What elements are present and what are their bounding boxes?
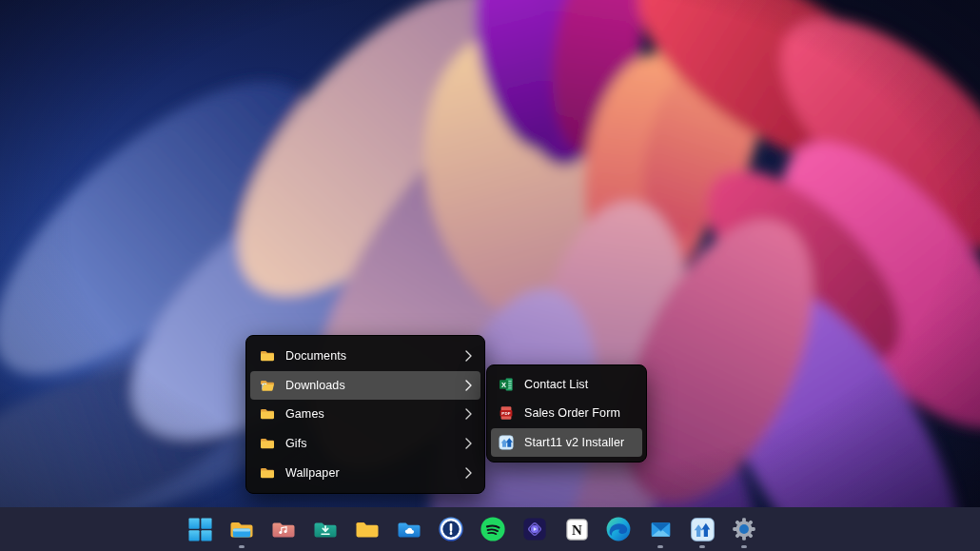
pdf-file-icon: PDF <box>499 405 514 421</box>
menu-item-downloads[interactable]: Downloads <box>250 371 480 401</box>
chevron-right-icon <box>465 350 472 362</box>
1password-icon <box>438 516 464 542</box>
chevron-right-icon <box>465 408 472 420</box>
excel-file-icon: X <box>499 377 514 392</box>
downloads-submenu: X Contact List PDF Sales Order Form <box>486 364 647 462</box>
menu-item-gifs[interactable]: Gifs <box>250 429 480 459</box>
taskbar-1password-button[interactable] <box>430 507 472 551</box>
taskbar-icon-row: N <box>179 507 765 551</box>
edge-browser-icon <box>605 516 632 542</box>
menu-item-label: Games <box>285 407 324 421</box>
download-folder-icon <box>312 516 339 542</box>
svg-text:PDF: PDF <box>501 411 510 416</box>
running-indicator <box>741 545 747 548</box>
folder-icon <box>260 406 275 422</box>
submenu-item-start11-installer[interactable]: Start11 v2 Installer <box>491 428 642 457</box>
taskbar-onedrive-folder-button[interactable] <box>388 507 430 551</box>
taskbar-notion-button[interactable]: N <box>556 507 598 551</box>
taskbar-edge-button[interactable] <box>598 507 639 551</box>
submenu-item-contact-list[interactable]: X Contact List <box>491 370 642 399</box>
submenu-item-label: Sales Order Form <box>524 406 620 420</box>
taskbar-spotify-button[interactable] <box>472 507 514 551</box>
menu-item-label: Downloads <box>285 379 345 392</box>
notion-icon: N <box>564 517 590 542</box>
taskbar-start-button[interactable] <box>179 507 221 551</box>
cloud-folder-icon <box>396 516 422 542</box>
svg-text:X: X <box>501 381 506 389</box>
menu-item-games[interactable]: Games <box>250 400 480 429</box>
running-indicator <box>239 545 245 548</box>
chevron-right-icon <box>465 467 472 479</box>
menu-item-wallpaper[interactable]: Wallpaper <box>250 458 480 487</box>
menu-item-label: Gifs <box>285 437 307 450</box>
submenu-item-sales-order-form[interactable]: PDF Sales Order Form <box>491 399 642 427</box>
folder-icon <box>260 465 275 481</box>
mail-icon <box>648 517 674 542</box>
submenu-item-label: Start11 v2 Installer <box>524 436 624 449</box>
taskbar: N <box>0 507 980 551</box>
windows-logo-icon <box>187 517 213 542</box>
start11-app-icon <box>690 517 715 542</box>
music-folder-icon <box>270 516 297 542</box>
submenu-item-label: Contact List <box>524 378 588 391</box>
taskbar-downloads-folder-button[interactable] <box>304 507 346 551</box>
chevron-right-icon <box>465 380 472 391</box>
clipchamp-icon <box>522 517 547 541</box>
spotify-icon <box>480 516 506 542</box>
taskbar-mail-button[interactable] <box>639 507 681 551</box>
menu-item-label: Documents <box>285 349 346 363</box>
taskbar-start11-button[interactable] <box>681 507 723 551</box>
folder-open-download-icon <box>260 378 275 393</box>
wallpaper <box>0 0 980 551</box>
svg-text:N: N <box>572 522 582 538</box>
folder-icon <box>354 516 381 542</box>
folder-icon <box>260 436 275 451</box>
taskbar-file-explorer-button[interactable] <box>221 507 263 551</box>
menu-item-label: Wallpaper <box>285 466 340 480</box>
running-indicator <box>657 545 663 548</box>
taskbar-music-folder-button[interactable] <box>263 507 304 551</box>
running-indicator <box>699 545 705 548</box>
chevron-right-icon <box>465 438 472 449</box>
settings-gear-icon <box>731 516 757 542</box>
file-explorer-icon <box>228 516 255 542</box>
taskbar-clipchamp-button[interactable] <box>514 507 556 551</box>
folder-context-menu: Documents Downloads G <box>245 335 485 494</box>
menu-item-documents[interactable]: Documents <box>250 342 480 371</box>
taskbar-folder-button[interactable] <box>346 507 388 551</box>
desktop: Documents Downloads G <box>0 0 980 551</box>
taskbar-settings-button[interactable] <box>723 507 765 551</box>
folder-icon <box>260 348 275 364</box>
start11-app-icon <box>499 435 514 450</box>
